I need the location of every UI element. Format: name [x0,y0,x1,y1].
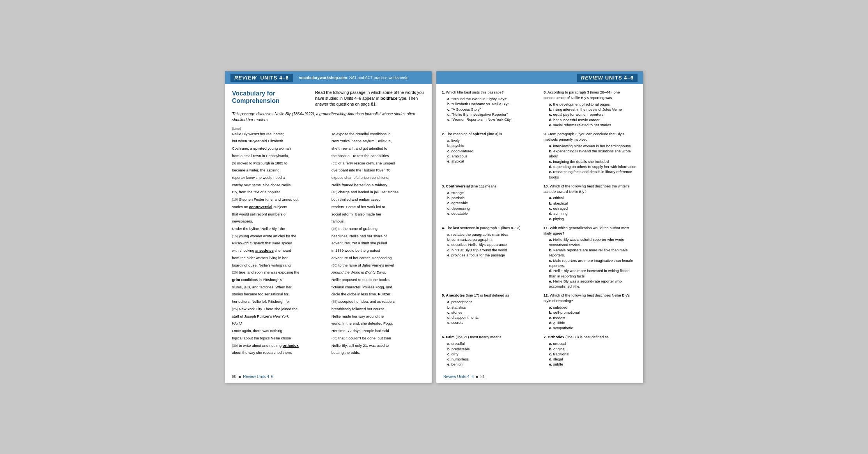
q3-b: b. patriotic [442,195,536,200]
passage-line: (35) of a ferry rescue crew, she jumped [331,161,425,166]
passage-line: headlines, Nellie had her share of [331,233,425,239]
q5-text: 5. Anecdotes (line 17) is best defined a… [442,293,536,298]
passage-line: (40) charge and landed in jail. Her stor… [331,189,425,195]
q9-d: d. depending on others to supply her wit… [544,164,638,169]
questions-section: 1. Which title best suits this passage? … [436,84,643,382]
q2-d: d. ambitious [442,154,536,159]
passage-line: To expose the dreadful conditions in [331,131,425,137]
question-6: 6. Grim (line 21) most nearly means a. d… [442,334,536,367]
q2-text: 2. The meaning of spirited (line 3) is [442,131,536,137]
passage-line: overboard into the Hudson River. To [331,168,425,173]
q9-b: b. experiencing first-hand the situation… [544,148,638,159]
q5-c: c. stories [442,310,536,315]
line-label: (Line) [232,127,425,131]
passage-line: she threw a fit and got admitted to [331,146,425,152]
q10-text: 10. Which of the following best describe… [544,184,638,194]
question-2: 2. The meaning of spirited (line 3) is a… [442,131,536,180]
q7-e: e. subtle [544,362,638,367]
passage-line: slums, jails, and factories. When her [232,284,325,290]
question-1: 1. Which title best suits this passage? … [442,90,536,127]
passage-line: adventures. Yet a stunt she pulled [331,240,425,246]
passage-line: with shocking anecdotes she heard [232,248,325,254]
vocab-title: Vocabulary forComprehension [232,90,311,104]
right-page: REVIEW UNITS 4–6 1. Which title best sui… [436,71,643,382]
q9-a: a. interviewing older women in her board… [544,143,638,148]
question-5: 5. Anecdotes (line 17) is best defined a… [442,293,536,330]
passage-line: typical about the topics Nellie chose [232,336,325,341]
passage-line: Nellie proposed to outdo the book's [331,277,425,283]
passage-col-1: Nellie Bly wasn't her real name; but whe… [232,131,325,357]
q11-e: e. Nellie Bly was a second-rate reporter… [544,279,638,289]
pages-container: REVIEW REVIEW UNITS 4–6 UNITS 4–6 vocabu… [225,71,643,382]
right-header: REVIEW UNITS 4–6 [436,71,643,84]
passage-line: reporter knew she would need a [232,175,325,181]
passage-line: (10) Stephen Foster tune, and turned out [232,197,325,203]
passage-line: in 1889 would be the greatest [331,248,425,254]
q3-text: 3. Controversial (line 11) means [442,184,536,189]
passage-line: Around the World in Eighty Days, [331,270,425,276]
passage-line: (50) to the fame of Jules Verne's novel [331,263,425,269]
q4-d: d. hints at Bly's trip around the world [442,247,536,253]
passage-line: New York's insane asylum, Bellevue, [331,138,425,144]
q8-c: c. equal pay for women reporters [544,112,638,117]
q8-b: b. rising interest in the novels of Jule… [544,107,638,112]
question-12: 12. Which of the following best describe… [544,293,638,330]
q12-e: e. sympathetic [544,325,638,330]
q7-text: 7. Orthodox (line 30) is best defined as [544,334,638,340]
passage-line: about the way she researched them. [232,350,325,356]
right-footer-left: Review Units 4–6 ■ 81 [443,375,485,379]
q1-e: e. "Women Reporters in New York City" [442,117,536,122]
passage-line: boardinghouse. Nellie's writing rang [232,263,325,269]
passage-line: Nellie Bly wasn't her real name; [232,131,325,137]
passage-line: newspapers. [232,219,325,224]
q6-b: b. predictable [442,346,536,352]
passage-line: adventure of her career. Responding [331,255,425,261]
passage-line: World. [232,321,325,327]
left-review-title: REVIEW REVIEW UNITS 4–6 UNITS 4–6 [230,74,293,82]
q4-b: b. summarizes paragraph 4 [442,237,536,242]
q5-b: b. statistics [442,305,536,310]
question-8: 8. According to paragraph 3 (lines 28–44… [544,90,638,127]
q8-d: d. her successful movie career [544,117,638,122]
passage-line: (20) true; and soon she was exposing the [232,270,325,276]
passage-line: staff of Joseph Pulitzer's New York [232,314,325,320]
q1-c: c. "A Success Story" [442,107,536,112]
passage-line: (30) to write about and nothing orthodox [232,343,325,349]
passage-line: beating the odds. [331,350,425,356]
q11-b: b. Female reporters are more reliable th… [544,247,638,258]
q3-a: a. strange [442,190,536,195]
passage-line: both thrilled and embarrassed [331,197,425,203]
q11-text: 11. With which generalization would the … [544,225,638,236]
review-word: REVIEW [234,75,257,81]
q2-e: e. atypical [442,159,536,164]
passage-line: expose shameful prison conditions, [331,175,425,181]
q10-e: e. pitying [544,216,638,221]
q12-a: a. subdued [544,305,638,310]
question-4: 4. The last sentence in paragraph 1 (lin… [442,225,536,289]
q12-b: b. self-promotional [544,310,638,315]
left-page-num: 80 ■ Review Units 4–6 [232,375,273,379]
passage-line: that would sell record numbers of [232,212,325,217]
question-11: 11. With which generalization would the … [544,225,638,289]
q8-e: e. social reforms related to her stories [544,122,638,127]
q8-text: 8. According to paragraph 3 (lines 28–44… [544,90,638,101]
q5-a: a. prescriptions [442,299,536,304]
passage-line: (5) moved to Pittsburgh in 1885 to [232,161,325,166]
question-10: 10. Which of the following best describe… [544,184,638,221]
q11-c: c. Male reporters are more imaginative t… [544,258,638,269]
question-3: 3. Controversial (line 11) means a. stra… [442,184,536,221]
passage-line: become a writer, the aspiring [232,168,325,173]
passage-line: (55) accepted her idea; and as readers [331,299,425,305]
q1-a: a. "Around the World in Eighty Days" [442,96,536,101]
passage-line: catchy new name. She chose Nellie [232,182,325,188]
q7-b: b. original [544,346,638,352]
passage-line: (15) young woman wrote articles for the [232,233,325,239]
passage-line: Nellie framed herself on a robbery [331,182,425,188]
q3-e: e. debatable [442,211,536,216]
q2-c: c. good-natured [442,148,536,154]
q12-c: c. modest [544,315,638,320]
passage-line: Bly, from the title of a popular [232,189,325,195]
q9-text: 9. From paragraph 3, you can conclude th… [544,131,638,142]
right-page-num: 81 [480,375,485,379]
passage-line: Her time: 72 days. People had said [331,328,425,334]
